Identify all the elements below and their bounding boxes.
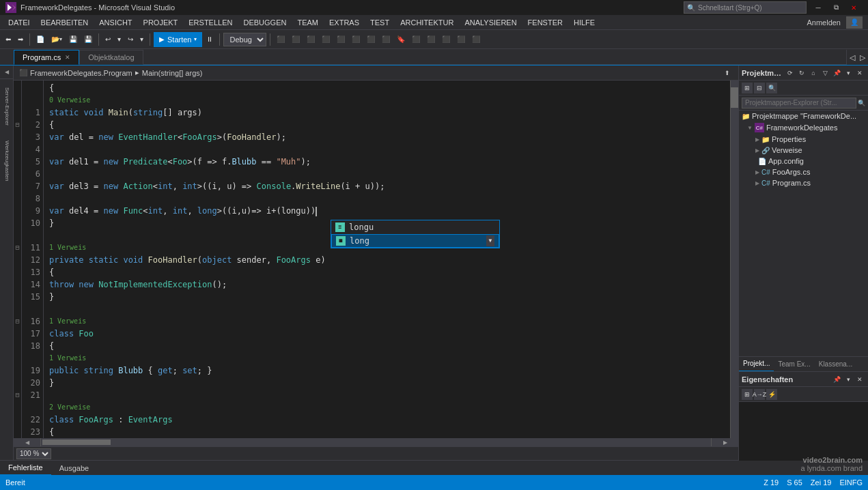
save-all-button[interactable]: 💾 <box>81 32 95 47</box>
werkzeugkasten-icon[interactable]: Werkzeugkasten <box>0 134 14 188</box>
se-home-btn[interactable]: ⌂ <box>808 68 819 78</box>
code-content[interactable]: { 0 Verweise static void Main(string[] a… <box>44 81 730 438</box>
se-close-btn[interactable]: ✕ <box>854 68 865 78</box>
props-dropdown-btn[interactable]: ▾ <box>843 374 854 385</box>
h-scroll-right[interactable]: ▶ <box>711 438 738 446</box>
menu-fenster[interactable]: FENSTER <box>522 15 568 30</box>
toolbar-btn-2[interactable]: ⬛ <box>289 32 303 47</box>
rp-tab-teamex[interactable]: Team Ex... <box>774 357 814 372</box>
menu-hilfe[interactable]: HILFE <box>568 15 600 30</box>
open-button[interactable]: 📂▾ <box>48 32 65 47</box>
minimize-button[interactable]: ─ <box>809 0 827 15</box>
zoom-select[interactable]: 100 % <box>16 448 51 459</box>
tab-program-cs[interactable]: Program.cs ✕ <box>14 50 79 65</box>
props-toolbar-btn-2[interactable]: A→Z <box>754 389 765 400</box>
debug-mode-select[interactable]: Debug <box>223 33 266 46</box>
expand-editor-btn[interactable]: ⬆ <box>722 68 733 78</box>
new-file-button[interactable]: 📄 <box>33 32 47 47</box>
tab-program-cs-close[interactable]: ✕ <box>65 54 70 61</box>
toolbar-btn-3[interactable]: ⬛ <box>304 32 318 47</box>
tab-scroll-left[interactable]: ◁ <box>846 50 857 65</box>
menu-analysieren[interactable]: ANALYSIEREN <box>459 15 522 30</box>
menu-team[interactable]: TEAM <box>292 15 324 30</box>
pause-button[interactable]: ⏸ <box>204 32 216 47</box>
props-toolbar-btn-3[interactable]: ⚡ <box>766 389 777 400</box>
tree-solution[interactable]: 📁 Projektmappe "FrameworkDe... <box>739 111 868 121</box>
bottom-tab-fehlerliste[interactable]: Fehlerliste <box>0 461 51 476</box>
breadcrumb-method[interactable]: Main(string[] args) <box>142 69 203 77</box>
se-pin-btn[interactable]: 📌 <box>831 68 842 78</box>
collapse-foo-btn[interactable]: ⊟ <box>14 315 21 328</box>
tree-properties[interactable]: ▶ 📁 Properties <box>739 134 868 145</box>
toolbar-btn-4[interactable]: ⬛ <box>319 32 333 47</box>
collapse-fooargs-btn[interactable]: ⊟ <box>14 389 21 401</box>
toolbar-btn-5[interactable]: ⬛ <box>334 32 348 47</box>
tree-project[interactable]: ▼ C# FrameworkDelegates <box>739 121 868 134</box>
menu-architektur[interactable]: ARCHITEKTUR <box>395 15 459 30</box>
menu-bearbeiten[interactable]: BEARBEITEN <box>36 15 94 30</box>
collapse-main-btn[interactable]: ⊟ <box>14 119 21 131</box>
tree-program[interactable]: ▶ C# Program.cs <box>739 177 868 188</box>
menu-projekt[interactable]: PROJEKT <box>138 15 184 30</box>
ac-item-longu[interactable]: ≡ longu <box>331 220 499 234</box>
h-scrollbar-thumb[interactable] <box>42 439 111 445</box>
se-dropdown-btn[interactable]: ▾ <box>843 68 854 78</box>
se-refresh-btn[interactable]: ↻ <box>796 68 807 78</box>
undo-dropdown[interactable]: ▾ <box>115 32 124 47</box>
menu-extras[interactable]: EXTRAS <box>324 15 365 30</box>
h-scroll-left[interactable]: ◀ <box>14 438 41 446</box>
ac-item-long[interactable]: ■ long ▼ <box>331 234 499 248</box>
tree-fooargs[interactable]: ▶ C# FooArgs.cs <box>739 167 868 177</box>
toolbar-btn-1[interactable]: ⬛ <box>274 32 288 47</box>
rp-tab-projekt[interactable]: Projekt... <box>739 357 774 372</box>
toolbar-btn-14[interactable]: ⬛ <box>469 32 483 47</box>
collapse-foohandler-btn[interactable]: ⊟ <box>14 242 21 254</box>
vertical-scrollbar[interactable] <box>730 81 738 438</box>
close-button[interactable]: ✕ <box>845 0 863 15</box>
menu-ansicht[interactable]: ANSICHT <box>94 15 137 30</box>
tree-appconfig[interactable]: 📄 App.config <box>739 156 868 167</box>
menu-debuggen[interactable]: DEBUGGEN <box>238 15 292 30</box>
solution-icon: 📁 <box>742 113 750 120</box>
redo-button[interactable]: ↪ <box>125 32 136 47</box>
signin-button[interactable]: Anmelden <box>801 15 846 30</box>
scrollbar-thumb[interactable] <box>731 87 738 108</box>
se-filter-btn[interactable]: ▽ <box>820 68 830 78</box>
se-sync-btn[interactable]: ⟳ <box>785 68 796 78</box>
tab-objektkatalog[interactable]: Objektkatalog <box>79 50 143 65</box>
restore-button[interactable]: ⧉ <box>827 0 845 15</box>
props-pin-btn[interactable]: 📌 <box>831 374 842 385</box>
ac-scroll-btn[interactable]: ▼ <box>486 235 494 246</box>
rp-tab-klassena[interactable]: Klassena... <box>815 357 856 372</box>
toolbar-btn-11[interactable]: ⬛ <box>424 32 438 47</box>
menu-datei[interactable]: DATEI <box>3 15 36 30</box>
undo-button[interactable]: ↩ <box>102 32 113 47</box>
bottom-tab-ausgabe[interactable]: Ausgabe <box>51 461 97 476</box>
toolbar-btn-7[interactable]: ⬛ <box>364 32 378 47</box>
horizontal-scrollbar[interactable]: ◀ ▶ <box>14 438 738 446</box>
se-search-input[interactable] <box>742 98 856 109</box>
se-toolbar-btn-2[interactable]: ⊟ <box>754 83 765 93</box>
se-toolbar-btn-1[interactable]: ⊞ <box>742 83 753 93</box>
back-button[interactable]: ⬅ <box>3 32 14 47</box>
se-toolbar-btn-3[interactable]: 🔍 <box>766 83 777 93</box>
tree-verweise[interactable]: ▶ 🔗 Verweise <box>739 145 868 156</box>
server-explorer-icon[interactable]: Server-Explorer <box>0 79 14 134</box>
toolbar-btn-6[interactable]: ⬛ <box>349 32 363 47</box>
toolbar-btn-9[interactable]: 🔖 <box>394 32 408 47</box>
menu-erstellen[interactable]: ERSTELLEN <box>183 15 238 30</box>
redo-dropdown[interactable]: ▾ <box>137 32 146 47</box>
props-close-btn[interactable]: ✕ <box>854 374 865 385</box>
tab-scroll-right[interactable]: ▷ <box>857 50 868 65</box>
toolbar-btn-12[interactable]: ⬛ <box>439 32 453 47</box>
expand-sidebar-btn[interactable]: ◀ <box>0 66 13 79</box>
toolbar-btn-8[interactable]: ⬛ <box>379 32 393 47</box>
breadcrumb-namespace[interactable]: FrameworkDelegates.Program <box>30 69 132 77</box>
props-toolbar-btn-1[interactable]: ⊞ <box>742 389 753 400</box>
menu-test[interactable]: TEST <box>365 15 395 30</box>
save-button[interactable]: 💾 <box>66 32 80 47</box>
start-button[interactable]: ▶ Starten ▾ <box>154 32 202 47</box>
toolbar-btn-10[interactable]: ⬛ <box>409 32 423 47</box>
forward-button[interactable]: ➡ <box>15 32 26 47</box>
toolbar-btn-13[interactable]: ⬛ <box>454 32 468 47</box>
